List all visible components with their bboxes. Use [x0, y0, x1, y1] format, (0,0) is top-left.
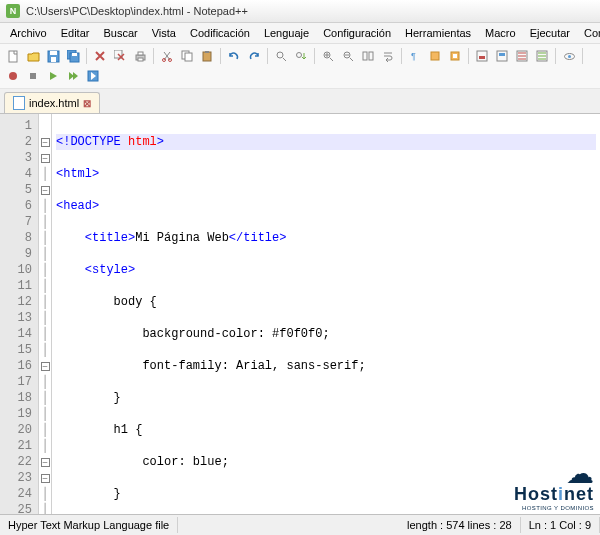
- menu-herramientas[interactable]: Herramientas: [399, 25, 477, 41]
- line-gutter: 1234567891011121314151617181920212223242…: [0, 114, 39, 514]
- svg-rect-16: [205, 51, 209, 53]
- show-chars-icon[interactable]: ¶: [406, 47, 424, 65]
- svg-text:¶: ¶: [411, 51, 416, 61]
- paste-icon[interactable]: [198, 47, 216, 65]
- func-list-icon[interactable]: [493, 47, 511, 65]
- menu-vista[interactable]: Vista: [146, 25, 182, 41]
- tab-index-html[interactable]: index.html ⊠: [4, 92, 100, 113]
- stop-icon[interactable]: [24, 67, 42, 85]
- svg-rect-6: [72, 53, 77, 56]
- monitor-icon[interactable]: [533, 47, 551, 65]
- svg-rect-10: [138, 58, 143, 61]
- menu-lenguaje[interactable]: Lenguaje: [258, 25, 315, 41]
- menu-editar[interactable]: Editar: [55, 25, 96, 41]
- svg-point-17: [277, 52, 283, 58]
- svg-rect-14: [185, 53, 192, 61]
- wordwrap-icon[interactable]: [379, 47, 397, 65]
- menu-codificacion[interactable]: Codificación: [184, 25, 256, 41]
- svg-rect-3: [51, 57, 56, 62]
- menu-bar: Archivo Editar Buscar Vista Codificación…: [0, 23, 600, 44]
- svg-rect-0: [9, 51, 17, 62]
- svg-rect-2: [50, 51, 57, 55]
- menu-buscar[interactable]: Buscar: [97, 25, 143, 41]
- svg-rect-24: [431, 52, 439, 60]
- menu-macro[interactable]: Macro: [479, 25, 522, 41]
- title-bar: N C:\Users\PC\Desktop\index.html - Notep…: [0, 0, 600, 23]
- window-title: C:\Users\PC\Desktop\index.html - Notepad…: [26, 5, 248, 17]
- copy-icon[interactable]: [178, 47, 196, 65]
- tab-close-icon[interactable]: ⊠: [83, 98, 91, 109]
- replace-icon[interactable]: [292, 47, 310, 65]
- open-file-icon[interactable]: [24, 47, 42, 65]
- indent-guide2-icon[interactable]: [446, 47, 464, 65]
- undo-icon[interactable]: [225, 47, 243, 65]
- svg-rect-15: [203, 52, 211, 61]
- svg-rect-21: [363, 52, 367, 60]
- svg-point-33: [568, 55, 571, 58]
- tab-label: index.html: [29, 97, 79, 109]
- play-icon[interactable]: [44, 67, 62, 85]
- toolbar: ¶: [0, 44, 600, 89]
- status-bar: Hyper Text Markup Language file length :…: [0, 514, 600, 535]
- indent-guide-icon[interactable]: [426, 47, 444, 65]
- close-all-icon[interactable]: [111, 47, 129, 65]
- file-icon: [13, 96, 25, 110]
- tab-bar: index.html ⊠: [0, 89, 600, 114]
- folder-icon[interactable]: [513, 47, 531, 65]
- svg-rect-27: [479, 56, 485, 59]
- zoom-out-icon[interactable]: [339, 47, 357, 65]
- doc-map-icon[interactable]: [473, 47, 491, 65]
- status-filetype: Hyper Text Markup Language file: [0, 517, 178, 533]
- app-icon: N: [6, 4, 20, 18]
- svg-point-18: [297, 53, 302, 58]
- eye-icon[interactable]: [560, 47, 578, 65]
- find-icon[interactable]: [272, 47, 290, 65]
- svg-rect-22: [369, 52, 373, 60]
- record-icon[interactable]: [4, 67, 22, 85]
- sync-scroll-icon[interactable]: [359, 47, 377, 65]
- menu-complementos[interactable]: Complementos: [578, 25, 600, 41]
- zoom-in-icon[interactable]: [319, 47, 337, 65]
- close-icon[interactable]: [91, 47, 109, 65]
- svg-rect-35: [30, 73, 36, 79]
- editor[interactable]: 1234567891011121314151617181920212223242…: [0, 114, 600, 514]
- fold-gutter[interactable]: −−│−││││││││││−│││││−−││││└: [39, 114, 52, 514]
- save-icon[interactable]: [44, 47, 62, 65]
- svg-point-34: [9, 72, 17, 80]
- menu-ejecutar[interactable]: Ejecutar: [524, 25, 576, 41]
- status-pos: Ln : 1 Col : 9: [521, 517, 600, 533]
- svg-rect-29: [499, 53, 505, 56]
- print-icon[interactable]: [131, 47, 149, 65]
- status-length: length : 574 lines : 28: [399, 517, 521, 533]
- menu-archivo[interactable]: Archivo: [4, 25, 53, 41]
- new-file-icon[interactable]: [4, 47, 22, 65]
- svg-rect-9: [138, 52, 143, 55]
- save-all-icon[interactable]: [64, 47, 82, 65]
- cut-icon[interactable]: [158, 47, 176, 65]
- menu-configuracion[interactable]: Configuración: [317, 25, 397, 41]
- code-area[interactable]: <!DOCTYPE html> <html> <head> <title>Mi …: [52, 114, 600, 514]
- redo-icon[interactable]: [245, 47, 263, 65]
- play-multi-icon[interactable]: [64, 67, 82, 85]
- save-macro-icon[interactable]: [84, 67, 102, 85]
